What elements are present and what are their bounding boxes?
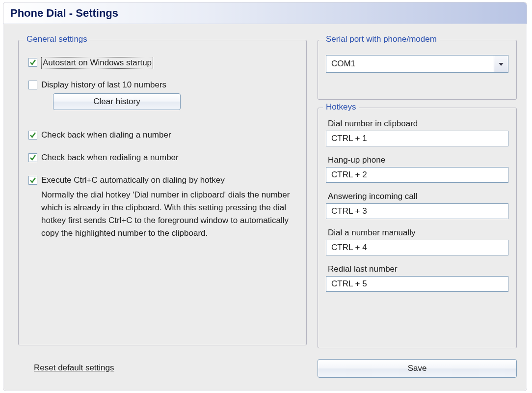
hotkey-label: Hang-up phone [326,155,508,165]
save-button[interactable]: Save [318,359,517,378]
serial-port-value: COM1 [326,59,494,69]
hotkeys-group: Hotkeys Dial number in clipboard CTRL + … [318,108,517,348]
hotkey-input-manual[interactable]: CTRL + 4 [326,240,508,255]
display-history-checkbox[interactable] [28,81,37,89]
window-title: Phone Dial - Settings [10,7,118,20]
hotkey-row-redial: Redial last number CTRL + 5 [326,264,508,292]
hotkey-input-redial[interactable]: CTRL + 5 [326,276,508,292]
titlebar: Phone Dial - Settings [3,2,527,24]
check-back-redial-checkbox[interactable] [28,153,37,162]
exec-ctrl-c-description: Normally the dial hotkey 'Dial number in… [28,189,296,240]
hotkey-label: Dial a number manually [326,228,508,238]
check-back-redial-label: Check back when redialing a number [41,152,179,163]
hotkey-row-manual: Dial a number manually CTRL + 4 [326,228,508,255]
display-history-checkbox-row: Display history of last 10 numbers [28,80,296,90]
exec-ctrl-c-checkbox[interactable] [28,176,37,185]
serial-port-dropdown[interactable]: COM1 [326,55,508,73]
hotkey-row-answer: Answering incoming call CTRL + 3 [326,192,508,219]
general-settings-group: General settings Autostart on Windows st… [18,40,307,345]
svg-marker-0 [499,63,504,66]
check-back-dial-checkbox-row: Check back when dialing a number [28,130,296,140]
serial-port-group: Serial port with phone/modem COM1 [318,40,517,100]
serial-port-legend: Serial port with phone/modem [323,34,440,44]
reset-defaults-link[interactable]: Reset default settings [34,363,114,373]
autostart-label: Autostart on Windows startup [41,57,153,69]
hotkey-label: Answering incoming call [326,192,508,201]
hotkeys-legend: Hotkeys [323,102,359,112]
display-history-label: Display history of last 10 numbers [41,80,166,90]
hotkey-label: Dial number in clipboard [326,119,508,129]
hotkey-input-hangup[interactable]: CTRL + 2 [326,167,508,183]
chevron-down-icon [498,59,504,68]
exec-ctrl-c-label: Execute Ctrl+C automatically on dialing … [41,175,225,186]
check-back-dial-checkbox[interactable] [28,131,37,140]
hotkey-input-dial-clipboard[interactable]: CTRL + 1 [326,131,508,146]
serial-port-dropdown-button[interactable] [494,56,508,72]
hotkey-row-hangup: Hang-up phone CTRL + 2 [326,155,508,183]
clear-history-button[interactable]: Clear history [53,93,181,110]
exec-ctrl-c-checkbox-row: Execute Ctrl+C automatically on dialing … [28,175,296,186]
check-back-dial-label: Check back when dialing a number [41,130,171,140]
autostart-checkbox[interactable] [28,58,37,67]
client-area: General settings Autostart on Windows st… [3,24,527,391]
settings-window: Phone Dial - Settings General settings A… [3,2,527,391]
autostart-checkbox-row: Autostart on Windows startup [28,57,296,69]
hotkey-label: Redial last number [326,264,508,274]
hotkey-row-dial-clipboard: Dial number in clipboard CTRL + 1 [326,119,508,146]
check-back-redial-checkbox-row: Check back when redialing a number [28,152,296,163]
hotkey-input-answer[interactable]: CTRL + 3 [326,203,508,219]
